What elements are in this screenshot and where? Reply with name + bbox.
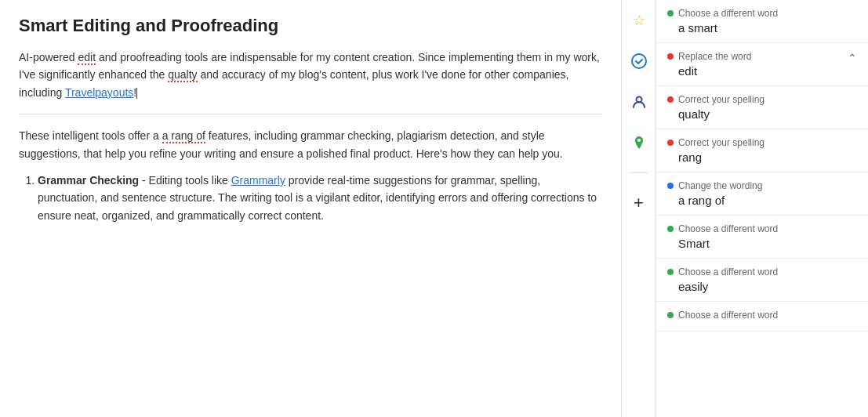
suggestion-choose-smart2[interactable]: Choose a different word Smart [656, 216, 868, 259]
dot-green-icon [667, 269, 674, 275]
paragraph-2: These intelligent tools offer a a rang o… [19, 127, 602, 162]
check-circle-icon-btn[interactable] [625, 47, 653, 75]
suggestion-replace-edit[interactable]: Replace the word ⌃ edit [656, 43, 868, 86]
list-item-grammar: Grammar Checking - Editing tools like Gr… [38, 172, 602, 224]
divider [19, 114, 602, 114]
edit-word[interactable]: edit [78, 51, 96, 65]
suggestion-label: Choose a different word [667, 223, 857, 234]
page-title: Smart Editing and Proofreading [19, 16, 602, 36]
dot-red-icon [667, 140, 674, 146]
suggestion-value: a rang of [667, 194, 857, 207]
suggestion-spelling-qualty[interactable]: Correct your spelling qualty [656, 86, 868, 129]
svg-point-0 [632, 54, 646, 68]
editor-area[interactable]: Smart Editing and Proofreading AI-powere… [0, 0, 622, 417]
dot-green-icon [667, 312, 674, 318]
suggestion-label: Choose a different word [667, 8, 857, 19]
sidebar: ☆ + [622, 0, 656, 417]
suggestion-value: easily [667, 280, 857, 293]
suggestion-value: rang [667, 150, 857, 164]
add-button[interactable]: + [625, 189, 653, 217]
list-section: These intelligent tools offer a a rang o… [19, 127, 602, 224]
feature-list: Grammar Checking - Editing tools like Gr… [19, 172, 602, 224]
suggestion-spelling-rang[interactable]: Correct your spelling rang [656, 129, 868, 172]
suggestion-label: Choose a different word [667, 267, 857, 277]
star-icon-btn[interactable]: ☆ [625, 6, 653, 34]
dot-green-icon [667, 226, 674, 232]
travelpayouts-link[interactable]: Travelpayouts [65, 86, 133, 99]
suggestion-header: Replace the word ⌃ [667, 51, 857, 64]
dot-green-icon [667, 10, 674, 16]
paragraph-1: AI-powered edit and proofreading tools a… [19, 49, 602, 101]
grammar-heading: Grammar Checking [38, 174, 139, 187]
suggestion-value: Smart [667, 237, 857, 250]
suggestion-label: Correct your spelling [667, 137, 857, 148]
suggestion-label: Replace the word [667, 51, 751, 62]
grammarly-link[interactable]: Grammarly [231, 174, 285, 187]
dot-red-icon [667, 53, 674, 60]
sidebar-divider [630, 172, 648, 173]
dot-blue-icon [667, 183, 674, 189]
qualty-word[interactable]: qualty [168, 68, 197, 82]
dot-red-icon [667, 96, 674, 103]
cursor [136, 88, 137, 99]
suggestion-value: a smart [667, 21, 857, 34]
svg-point-2 [637, 139, 641, 142]
rang-phrase[interactable]: a rang of [162, 129, 205, 143]
person-icon-btn[interactable] [625, 88, 653, 116]
suggestion-label: Choose a different word [667, 310, 857, 321]
suggestion-label: Correct your spelling [667, 94, 857, 105]
suggestion-choose-bottom[interactable]: Choose a different word [656, 302, 868, 332]
suggestion-change-wording[interactable]: Change the wording a rang of [656, 172, 868, 216]
chevron-up-icon[interactable]: ⌃ [848, 52, 857, 64]
suggestion-value: edit [667, 64, 857, 78]
maps-icon-btn[interactable] [625, 129, 653, 157]
suggestion-value: qualty [667, 107, 857, 121]
suggestion-label: Change the wording [667, 180, 857, 191]
suggestion-choose-easily[interactable]: Choose a different word easily [656, 259, 868, 302]
suggestion-choose-smart[interactable]: Choose a different word a smart [656, 0, 868, 43]
suggestions-panel: Choose a different word a smart Replace … [656, 0, 868, 417]
